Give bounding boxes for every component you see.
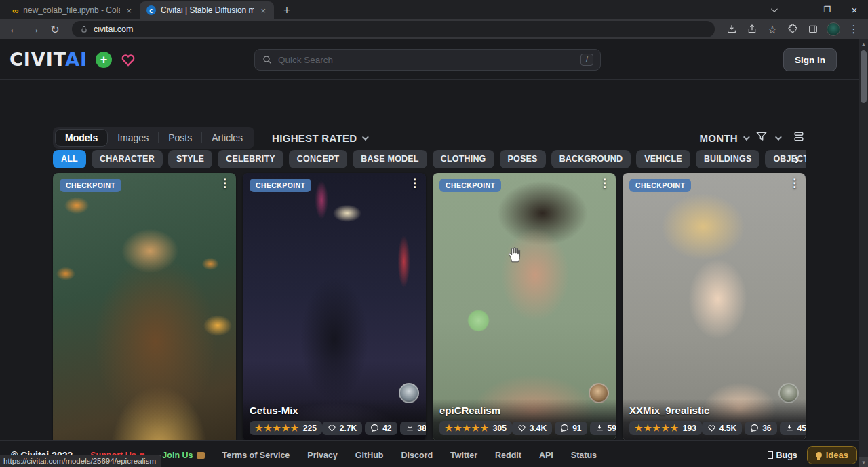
browser-profile-avatar[interactable] (825, 21, 842, 37)
bookmark-star-icon[interactable]: ☆ (764, 21, 781, 37)
minimize-button[interactable]: — (787, 0, 814, 19)
share-icon[interactable] (743, 21, 761, 37)
search-icon (262, 54, 273, 65)
card-menu-icon[interactable]: ⋮ (409, 176, 420, 190)
new-tab-button[interactable]: + (279, 1, 294, 19)
tab-articles[interactable]: Articles (202, 130, 252, 146)
card-info: epiCRealism ★★★★★305 3.4K 91 59K (433, 399, 616, 441)
footer-link-reddit[interactable]: Reddit (495, 451, 521, 460)
maximize-button[interactable]: ❐ (814, 0, 841, 19)
model-card-dreamshaper[interactable]: CHECKPOINT ⋮ DreamShaper (53, 173, 236, 467)
layout-toggle-icon[interactable] (792, 130, 806, 146)
rating-pill: ★★★★★305 (439, 421, 512, 435)
footer-link-status[interactable]: Status (571, 451, 597, 460)
heart-icon (707, 424, 716, 432)
footer-link-join-us[interactable]: Join Us (162, 451, 204, 460)
star-icons: ★★★★★ (445, 423, 490, 433)
model-card-epicrealism[interactable]: CHECKPOINT ⋮ epiCRealism ★★★★★305 3.4K 9… (433, 173, 616, 441)
checkpoint-badge: CHECKPOINT (60, 179, 121, 192)
tab-images[interactable]: Images (108, 130, 158, 146)
search-box[interactable]: / (254, 49, 601, 71)
tab-title: Civitai | Stable Diffusion models, (161, 5, 254, 15)
url-text: civitai.com (94, 24, 133, 34)
page-scrollbar[interactable]: ▴ ▾ (859, 39, 868, 467)
window-controls: — ❐ × (760, 0, 868, 19)
upload-plus-button[interactable]: + (96, 52, 112, 68)
forward-button[interactable]: → (26, 23, 43, 35)
filter-controls: MONTH (700, 130, 806, 146)
card-menu-icon[interactable]: ⋮ (219, 176, 231, 190)
sign-in-button[interactable]: Sign In (783, 48, 837, 71)
likes-pill: 2.7K (322, 422, 362, 435)
browser-tab-civitai[interactable]: c Civitai | Stable Diffusion models, × (140, 1, 274, 19)
hand-cursor (506, 246, 524, 263)
comments-pill: 36 (745, 422, 776, 435)
rating-count: 225 (303, 424, 317, 433)
civitai-logo[interactable]: CIVITAI (9, 49, 87, 70)
ideas-button[interactable]: Ideas (807, 446, 857, 464)
model-card-grid: CHECKPOINT ⋮ DreamShaper CHECKPOINT ⋮ Ce… (53, 173, 806, 467)
category-chip-celebrity[interactable]: CELEBRITY (218, 150, 283, 168)
downloads-icon[interactable] (723, 21, 741, 37)
footer-link-api[interactable]: API (539, 451, 553, 460)
scroll-up-icon[interactable]: ▴ (859, 39, 868, 49)
star-icons: ★★★★★ (255, 423, 300, 433)
card-menu-icon[interactable]: ⋮ (599, 176, 610, 190)
favorites-heart-icon[interactable] (120, 52, 136, 68)
filter-funnel-icon[interactable] (755, 130, 768, 146)
comments-pill: 42 (365, 422, 397, 435)
comments-pill: 91 (555, 422, 587, 435)
tab-close-icon[interactable]: × (259, 5, 267, 16)
checkpoint-badge: CHECKPOINT (629, 179, 691, 192)
bug-icon (768, 451, 773, 459)
downloads-pill: 59K (590, 422, 616, 435)
footer-link-github[interactable]: GitHub (355, 451, 384, 460)
category-chip-poses[interactable]: POSES (500, 150, 546, 168)
category-chip-buildings[interactable]: BUILDINGS (696, 150, 760, 168)
model-title: XXMix_9realistic (629, 405, 799, 416)
model-card-xxmix9realistic[interactable]: CHECKPOINT ⋮ XXMix_9realistic ★★★★★193 4… (623, 173, 806, 441)
footer-link-terms[interactable]: Terms of Service (222, 451, 290, 460)
scroll-down-icon[interactable]: ▾ (859, 457, 868, 467)
footer-link-twitter[interactable]: Twitter (450, 451, 477, 460)
tab-search-icon[interactable] (760, 0, 787, 19)
back-button[interactable]: ← (5, 23, 23, 35)
civitai-favicon-icon: c (146, 5, 156, 15)
chips-scroll-right-icon[interactable]: › (788, 150, 806, 168)
address-bar[interactable]: civitai.com (72, 21, 715, 37)
sort-dropdown[interactable]: HIGHEST RATED (272, 132, 367, 144)
scrollbar-thumb[interactable] (861, 50, 867, 103)
period-dropdown[interactable]: MONTH (700, 132, 749, 144)
chevron-down-icon[interactable] (775, 134, 782, 141)
footer-link-discord[interactable]: Discord (401, 451, 433, 460)
search-input[interactable] (278, 55, 575, 65)
extensions-puzzle-icon[interactable] (784, 21, 802, 37)
category-chip-vehicle[interactable]: VEHICLE (636, 150, 690, 168)
side-panel-icon[interactable] (804, 21, 822, 37)
browser-tab-colab[interactable]: ∞ new_colab_file.ipynb - Colaborat × (5, 1, 140, 19)
tab-close-icon[interactable]: × (125, 5, 133, 16)
browser-menu-icon[interactable]: ⋮ (845, 21, 863, 37)
category-chip-clothing[interactable]: CLOTHING (433, 150, 494, 168)
category-chip-all[interactable]: ALL (53, 150, 86, 168)
browser-tab-bar: ∞ new_colab_file.ipynb - Colaborat × c C… (0, 0, 868, 19)
footer-link-privacy[interactable]: Privacy (307, 451, 337, 460)
package-icon (197, 452, 205, 459)
tab-models[interactable]: Models (55, 129, 108, 147)
category-chip-character[interactable]: CHARACTER (92, 150, 163, 168)
model-title: epiCRealism (439, 405, 609, 416)
category-chip-concept[interactable]: CONCEPT (289, 150, 348, 168)
refresh-button[interactable]: ↻ (46, 23, 64, 36)
card-menu-icon[interactable]: ⋮ (789, 176, 800, 190)
checkpoint-badge: CHECKPOINT (250, 179, 311, 192)
card-info: Cetus-Mix ★★★★★225 2.7K 42 38K (243, 399, 426, 441)
model-card-cetus-mix[interactable]: CHECKPOINT ⋮ Cetus-Mix ★★★★★225 2.7K 42 … (243, 173, 426, 441)
category-chip-background[interactable]: BACKGROUND (551, 150, 631, 168)
tab-posts[interactable]: Posts (159, 130, 201, 146)
category-chip-style[interactable]: STYLE (168, 150, 212, 168)
bugs-link[interactable]: Bugs (768, 451, 797, 460)
lock-icon (80, 25, 88, 33)
heart-icon (328, 424, 336, 432)
category-chip-base-model[interactable]: BASE MODEL (353, 150, 427, 168)
close-button[interactable]: × (841, 0, 868, 19)
